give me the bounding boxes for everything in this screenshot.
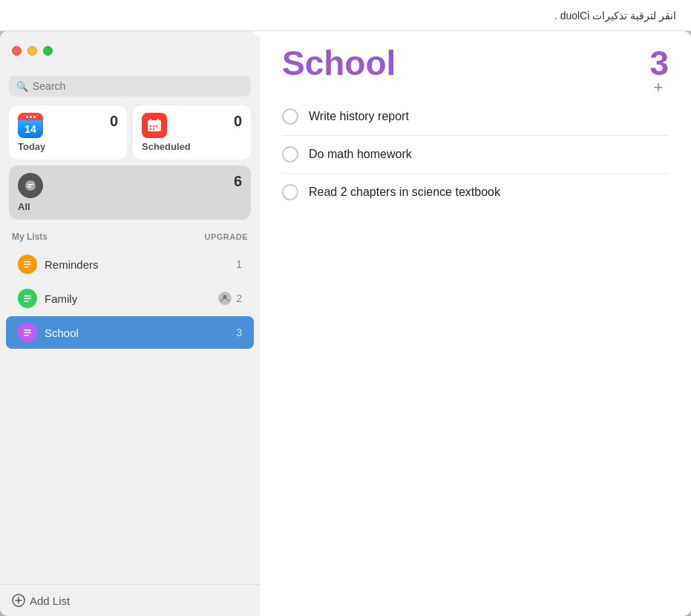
- search-input[interactable]: [33, 80, 243, 92]
- reminders-icon: [18, 255, 37, 274]
- traffic-lights: [12, 46, 53, 56]
- svg-rect-3: [157, 119, 159, 122]
- family-icon: [18, 289, 37, 308]
- svg-rect-17: [24, 301, 29, 302]
- today-label: Today: [18, 141, 118, 152]
- task-checkbox-1[interactable]: [282, 108, 298, 125]
- smart-card-all[interactable]: All 6: [9, 166, 251, 220]
- maximize-button[interactable]: [43, 46, 53, 56]
- task-item-1: Write history report: [282, 98, 669, 136]
- svg-rect-7: [150, 128, 151, 130]
- task-text-1: Write history report: [309, 110, 409, 123]
- search-icon: 🔍: [16, 81, 28, 92]
- list-item-school[interactable]: School 3: [6, 316, 254, 349]
- task-checkbox-3[interactable]: [282, 184, 298, 200]
- tooltip-arrow: [252, 31, 264, 37]
- main-title: School: [282, 46, 396, 80]
- reminders-count: 1: [236, 258, 242, 270]
- add-list-button[interactable]: Add List: [12, 594, 70, 607]
- family-count: 2: [236, 292, 242, 304]
- svg-rect-13: [24, 264, 31, 266]
- school-count: 3: [236, 327, 242, 338]
- reminders-meta: 1: [236, 258, 242, 270]
- svg-rect-16: [24, 298, 31, 300]
- section-title: My Lists: [12, 232, 48, 242]
- shared-icon: [218, 292, 232, 305]
- svg-rect-21: [24, 335, 29, 336]
- scheduled-label: Scheduled: [142, 141, 242, 152]
- svg-rect-12: [24, 261, 31, 263]
- school-meta: 3: [236, 327, 242, 338]
- task-item-3: Read 2 chapters in science textbook: [282, 174, 669, 211]
- task-checkbox-2[interactable]: [282, 146, 298, 163]
- sidebar-footer: Add List: [0, 584, 260, 616]
- svg-rect-5: [153, 125, 154, 127]
- main-count: 3: [649, 46, 669, 80]
- main-header: School 3: [282, 46, 669, 80]
- all-label: All: [18, 201, 43, 212]
- section-header: My Lists UPGRADE: [0, 229, 260, 248]
- search-bar[interactable]: 🔍: [9, 76, 251, 96]
- svg-point-9: [25, 180, 36, 191]
- today-count: 0: [110, 113, 118, 130]
- svg-rect-6: [156, 125, 157, 127]
- svg-point-18: [223, 295, 227, 299]
- today-date: 14: [24, 123, 36, 135]
- add-task-button[interactable]: +: [648, 77, 669, 98]
- list-item-reminders[interactable]: Reminders 1: [6, 248, 254, 281]
- main-content: + School 3 Write history report Do math …: [260, 31, 691, 616]
- svg-rect-2: [150, 119, 151, 122]
- svg-rect-11: [27, 186, 31, 188]
- all-count: 6: [234, 173, 242, 190]
- svg-rect-8: [153, 128, 154, 130]
- task-item-2: Do math homework: [282, 136, 669, 174]
- task-text-2: Do math homework: [309, 148, 412, 161]
- smart-card-scheduled[interactable]: 0 Scheduled: [133, 105, 251, 160]
- app-window: 🔍 14: [0, 31, 691, 616]
- svg-rect-19: [24, 330, 31, 331]
- upgrade-button[interactable]: UPGRADE: [204, 232, 248, 241]
- svg-rect-1: [148, 120, 161, 124]
- school-icon: [18, 323, 37, 342]
- svg-rect-20: [24, 332, 31, 334]
- tooltip-text: انقر لترقية تذكيرات iCloud .: [554, 10, 676, 22]
- list-item-family[interactable]: Family 2: [6, 282, 254, 315]
- task-text-3: Read 2 chapters in science textbook: [309, 186, 500, 199]
- reminders-name: Reminders: [45, 258, 229, 271]
- sidebar: 🔍 14: [0, 31, 260, 616]
- svg-rect-15: [24, 295, 31, 297]
- titlebar: [0, 31, 260, 70]
- close-button[interactable]: [12, 46, 22, 56]
- svg-rect-10: [27, 184, 33, 186]
- family-name: Family: [45, 292, 211, 305]
- smart-card-today[interactable]: 14 0 Today: [9, 105, 127, 160]
- all-icon: [18, 173, 43, 198]
- list-items: Reminders 1 Family: [0, 248, 260, 584]
- svg-rect-4: [150, 125, 151, 127]
- scheduled-count: 0: [234, 113, 242, 130]
- today-icon: 14: [18, 113, 43, 138]
- smart-lists: 14 0 Today: [0, 105, 260, 160]
- tasks-list: Write history report Do math homework Re…: [282, 98, 669, 601]
- school-name: School: [45, 327, 229, 339]
- tooltip-banner: انقر لترقية تذكيرات iCloud .: [0, 0, 691, 31]
- scheduled-icon: [142, 113, 167, 138]
- svg-rect-14: [24, 266, 29, 268]
- add-list-label: Add List: [30, 594, 70, 607]
- family-meta: 2: [218, 292, 242, 305]
- minimize-button[interactable]: [27, 46, 37, 56]
